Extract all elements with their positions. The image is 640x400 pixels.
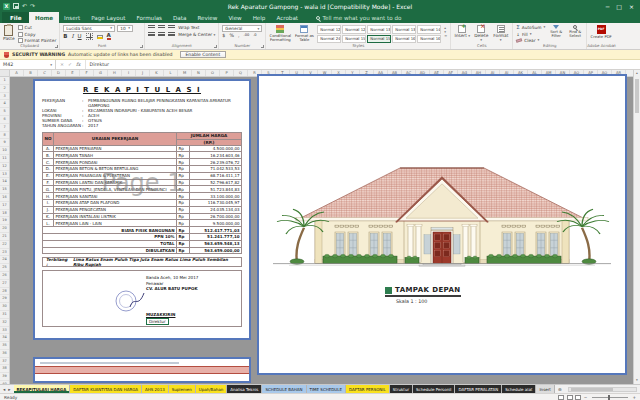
sheet-tab[interactable]: Analisa Teknis: [227, 385, 262, 393]
vertical-scrollbar[interactable]: ▴ ▾: [633, 70, 640, 384]
borders-button[interactable]: [86, 33, 93, 40]
table-row[interactable]: I. PEKERJAAN ATAP DAN PLAFOND Rp 116.730…: [43, 199, 242, 206]
sheet-tab[interactable]: Insert: [536, 385, 554, 393]
sheet-tab[interactable]: TIME SCHEDULE: [307, 385, 347, 393]
cell-style-item[interactable]: Normal 12.6: [317, 25, 341, 34]
cancel-entry-icon[interactable]: ×: [60, 62, 64, 67]
delete-cells-button[interactable]: Delete ▾: [473, 25, 489, 43]
sheet-tab[interactable]: Struktur: [390, 385, 413, 393]
zoom-in-icon[interactable]: +: [632, 395, 636, 400]
confirm-entry-icon[interactable]: ✓: [68, 62, 72, 67]
name-box[interactable]: M42 ▾: [0, 60, 56, 69]
worksheet-canvas[interactable]: ABCDEFGHIJKLMNOPQRSTUVWXYZAAABACADAEAFAG…: [0, 70, 640, 384]
merge-center-button[interactable]: Merge & Center ▾: [178, 32, 215, 39]
ribbon-tab[interactable]: View: [223, 12, 247, 23]
paste-button[interactable]: Paste: [3, 25, 15, 41]
percent-format-button[interactable]: %: [229, 33, 234, 39]
cell-style-item[interactable]: Normal 16.3: [392, 35, 416, 44]
ribbon-tab[interactable]: Review: [192, 12, 223, 23]
ribbon-tab[interactable]: Help: [247, 12, 271, 23]
horizontal-scroll-thumb[interactable]: [571, 388, 613, 391]
print-page-next-partial[interactable]: [33, 357, 251, 383]
sheet-tab[interactable]: DAFTAR PERALATAN: [455, 385, 502, 393]
normal-view-icon[interactable]: [558, 395, 564, 400]
formula-input[interactable]: Direktur: [86, 60, 114, 69]
ribbon-tab[interactable]: Acrobat: [271, 12, 304, 23]
zoom-out-icon[interactable]: −: [584, 395, 588, 400]
undo-icon[interactable]: ↶: [22, 3, 27, 9]
number-dialog-launcher[interactable]: [261, 45, 264, 48]
table-row[interactable]: G. PEKERJAAN PINTU, JENDELA, VENTILASI D…: [43, 186, 242, 193]
summary-row[interactable]: BIAYA FISIK BANGUNAN Rp 512.417.771,03: [43, 227, 242, 234]
alignment-dialog-launcher[interactable]: [214, 45, 217, 48]
zoom-slider-thumb[interactable]: [608, 395, 610, 400]
wrap-text-button[interactable]: Wrap Text: [178, 25, 199, 31]
number-format-select[interactable]: General▾: [222, 25, 262, 32]
sheet-nav-right-icon[interactable]: ▸: [8, 387, 10, 392]
fill-color-button[interactable]: [97, 35, 103, 39]
table-row[interactable]: K. PEKERJAAN INSTALASI LISTRIK Rp 26.700…: [43, 213, 242, 220]
sheet-tab[interactable]: Upah/Bahan: [196, 385, 228, 393]
sheet-tab[interactable]: Suplemen: [169, 385, 196, 393]
cell-style-item[interactable]: Normal 15.3: [367, 35, 391, 44]
tell-me-search[interactable]: Tell me what you want to do: [316, 12, 402, 23]
cell-style-item[interactable]: Normal 15: [342, 35, 366, 44]
enable-content-button[interactable]: Enable Content: [180, 51, 227, 58]
table-row[interactable]: F. PEKERJAAN LANTAI DAN KERAMIK Rp 52.79…: [43, 179, 242, 186]
format-cells-button[interactable]: Format ▾: [492, 25, 509, 43]
align-middle-icon[interactable]: [158, 25, 165, 30]
table-row[interactable]: C. PEKERJAAN PONDASI Rp 26.239.076,72: [43, 159, 242, 166]
table-row[interactable]: A. PEKERJAAN PERSIAPAN Rp 4.500.000,00: [43, 145, 242, 152]
ribbon-tab[interactable]: Formulas: [131, 12, 168, 23]
currency-format-button[interactable]: $: [222, 33, 225, 39]
conditional-formatting-button[interactable]: Conditional Formatting: [269, 25, 291, 43]
signature-block[interactable]: Banda Aceh, 10 Mei 2017 Penawar CV. ALUR…: [42, 270, 242, 327]
ribbon-tab[interactable]: Data: [168, 12, 192, 23]
insert-cells-button[interactable]: Insert ▾: [454, 25, 470, 38]
table-row[interactable]: D. PEKERJAAN BETON & BETON BERTULANG Rp …: [43, 165, 242, 172]
horizontal-scrollbar[interactable]: [568, 387, 637, 392]
table-row[interactable]: E. PEKERJAAN PASANGAN & PLESTERAN Rp 68.…: [43, 172, 242, 179]
row-headers[interactable]: 1234567891011121314151617181920212223242…: [0, 77, 10, 384]
table-row[interactable]: J. PEKERJAAN PENGECATAN Rp 24.035.134,03: [43, 206, 242, 213]
format-as-table-button[interactable]: Format as Table: [294, 25, 314, 43]
page-break-preview-icon[interactable]: [575, 395, 581, 400]
print-page-1[interactable]: R E K A P I T U L A S I PEKERJAAN : PEMB…: [33, 79, 251, 340]
align-right-icon[interactable]: [168, 32, 175, 37]
page-layout-view-icon[interactable]: [567, 395, 573, 400]
maximize-button[interactable]: □: [616, 3, 622, 10]
font-size-select[interactable]: 10▾: [117, 25, 133, 32]
cell-style-item[interactable]: Normal 24.2: [317, 35, 341, 44]
cell-style-item[interactable]: Normal 14: [417, 25, 441, 34]
cell-style-item[interactable]: Normal 13: [367, 25, 391, 34]
minimize-button[interactable]: ─: [606, 3, 610, 10]
close-button[interactable]: ×: [629, 3, 634, 10]
fill-button[interactable]: ↓Fill▾: [516, 32, 545, 38]
zoom-slider[interactable]: [592, 397, 628, 398]
sheet-tab[interactable]: DAFTAR PERSONIL: [346, 385, 390, 393]
new-sheet-icon[interactable]: ⊕: [558, 387, 562, 392]
ribbon-tab[interactable]: Insert: [59, 12, 86, 23]
ribbon-tab[interactable]: Page Layout: [86, 12, 131, 23]
italic-button[interactable]: I: [71, 34, 73, 40]
copy-button[interactable]: Copy: [18, 32, 57, 38]
sheet-tab[interactable]: DAFTAR KUANTITAS DAN HARGA: [70, 385, 142, 393]
underline-button[interactable]: U: [78, 34, 82, 40]
comma-format-button[interactable]: ,: [238, 33, 240, 39]
cell-style-item[interactable]: Normal 16: [417, 35, 441, 44]
ribbon-tab[interactable]: File: [2, 12, 29, 23]
sheet-tab[interactable]: Schedule alat: [502, 385, 536, 393]
sort-filter-button[interactable]: Sort & Filter: [548, 25, 564, 39]
clipboard-dialog-launcher[interactable]: [55, 45, 58, 48]
align-bottom-icon[interactable]: [168, 25, 175, 30]
summary-row[interactable]: PPN 10% Rp 51.241.777,10: [43, 233, 242, 240]
table-row[interactable]: H. PEKERJAAN SANITASI Rp 33.100.000,00: [43, 193, 242, 200]
select-all-corner[interactable]: [0, 70, 10, 77]
scroll-up-icon[interactable]: ▴: [634, 70, 640, 77]
align-left-icon[interactable]: [148, 32, 155, 37]
sheet-tab[interactable]: Schedule Personil: [413, 385, 455, 393]
font-dialog-launcher[interactable]: [140, 45, 143, 48]
cell-style-item[interactable]: Normal 12.5: [342, 25, 366, 34]
cut-button[interactable]: Cut: [18, 25, 57, 31]
active-cell[interactable]: Direktur: [146, 318, 169, 325]
